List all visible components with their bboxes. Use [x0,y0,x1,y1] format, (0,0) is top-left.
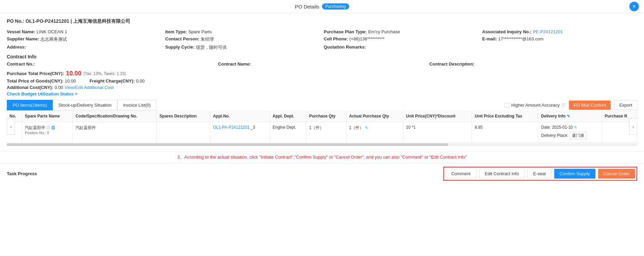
instruction-banner: 3、According to the actual situation, cli… [0,151,644,163]
scrollbar-track [7,143,637,146]
purchasing-badge: Purchasing [322,3,349,10]
col-actual-qty: Actual Purchase Qty [346,110,403,122]
cancel-order-button[interactable]: Cancel Order [598,169,635,179]
header: PO Details Purchasing × [0,0,644,13]
purchase-plan-label: Purchase Plan Type: [324,29,367,34]
page-wrapper: PO Details Purchasing × PO No.: OL1-PO-P… [0,0,644,256]
table-row: 1 汽缸盖部件 ⓘ 🖼 Position No.: 0 汽缸盖部件 [7,122,637,143]
tax-info: (Tax: 13%, Taxes: 1.15) [83,71,126,76]
delivery-date-value: 2025-01-10 [552,125,573,130]
view-edit-additional-cost-link[interactable]: View/Edit Additional Cost [65,85,114,90]
table-nav-left[interactable]: ‹ [7,118,15,135]
cell-unit-price-excl-tax: 8.85 [472,122,538,143]
delivery-place-value: 厦门港 [570,132,587,140]
vessel-name-label: Vessel Name: [7,29,35,34]
cell-actual-qty: 1（件） ✎ [346,122,403,143]
supply-cycle-value: 现货，随时可供 [196,44,227,51]
info-circle-icon: ⓘ [562,103,565,108]
check-budget-link[interactable]: Check Budget Utilization Status > [7,91,78,96]
cell-spare-parts-name: 汽缸盖部件 ⓘ 🖼 Position No.: 0 [22,122,73,143]
item-type-value: Spare Parts [188,29,212,34]
contract-info-section-title: Contract Info [7,54,637,59]
contract-no-label: Contract No.: [7,61,35,67]
higher-accuracy-control: Higher Amount Accuracy ⓘ [505,103,565,108]
delivery-place-label: Delivery Place: [541,133,568,138]
tab-po-items[interactable]: PO Items(1items) [7,100,53,110]
col-description: Spares Description [157,110,210,122]
cell-purchase-qty: 1（件） [306,122,346,143]
spare-parts-info-icon: ⓘ [46,126,50,130]
cell-delivery-info: Date: 2025-01-10 ✎ Delivery Place: 厦门港 [538,122,602,143]
freight-charge-item: Freight Charge(CNY): 0.00 [89,78,360,84]
tabs: PO Items(1items) Stock-up/Delivery Situa… [7,100,156,110]
footer: Task Progress Comment Edit Contract Info… [0,163,644,184]
associated-inquiry-value[interactable]: PE-P24121201 [533,29,563,34]
additional-cost-label: Additional Cost(CNY): [7,85,53,90]
task-progress-label: Task Progress [7,171,37,176]
close-button[interactable]: × [629,2,639,11]
actual-qty-edit-icon[interactable]: ✎ [365,126,368,130]
purchase-plan-value: Em'cy Purchase [368,29,400,34]
purchase-total-label: Purchase Total Price(CNY): [7,71,64,76]
contract-name-label: Contract Name: [218,61,251,67]
contact-person-value: 朱经理 [201,36,214,42]
cell-unit-price-discount: 10 *1 [403,122,472,143]
delivery-place-row: Delivery Place: 厦门港 [541,131,599,140]
cell-appl-no: OL1-PA-P24121201 _3 [210,122,270,143]
tab-stock-delivery[interactable]: Stock-up/Delivery Situation [53,100,117,110]
po-items-table: No. Spare Parts Name Code/Specification/… [7,110,637,143]
cell-phone-item: Cell Phone: (+86)136********** [324,36,479,42]
delivery-info-edit-icon[interactable]: ✎ [567,114,570,118]
additional-cost-value: 0.00 [54,85,63,90]
table-nav-right[interactable]: › [629,118,637,135]
comment-button[interactable]: Comment [445,169,476,179]
appl-no-link[interactable]: OL1-PA-P24121201 [213,125,249,130]
table-header-row: No. Spare Parts Name Code/Specification/… [7,110,637,122]
associated-inquiry-item: Associated Inquiry No.: PE-P24121201 [482,29,637,34]
col-appl-dept: Appl. Dept. [270,110,306,122]
supplier-name-item: Supplier Name: 志志商务测试 [7,36,162,42]
purchase-plan-item: Purchase Plan Type: Em'cy Purchase [324,29,479,34]
col-appl-no: Appl.No. [210,110,270,122]
table-container: ‹ No. Spare Parts Name Code/Specificatio… [7,110,637,146]
position-no: Position No.: 0 [25,131,70,135]
item-type-item: Item Type: Spare Parts [165,29,320,34]
table-scroll: No. Spare Parts Name Code/Specification/… [7,110,637,143]
cell-description [157,122,210,143]
edit-contract-button[interactable]: Edit Contract Info [479,169,525,179]
email-item: E-mail: 17***********@163.com [482,36,637,42]
instruction-text: 3、According to the actual situation, cli… [177,154,467,160]
col-unit-price-excl-tax: Unit Price Excluding Tax [472,110,538,122]
delivery-date-label: Date: [541,125,551,130]
appl-no-suffix: _3 [251,125,255,130]
col-delivery-info: Delivery Info ✎ [538,110,602,122]
purchase-total-row: Purchase Total Price(CNY): 10.00 (Tax: 1… [7,70,637,77]
cell-code: 汽缸盖部件 [73,122,157,143]
contact-person-item: Contact Person: 朱经理 [165,36,320,42]
export-button[interactable]: Export [614,100,637,110]
tab-invoice-list[interactable]: Invoice List(0) [117,100,156,110]
total-goods-label: Total Price of Goods(CNY): [7,78,64,84]
spare-parts-edit-icon[interactable]: 🖼 [51,126,55,130]
po-mail-content-button[interactable]: PO Mail Content [569,100,611,110]
contract-desc-label: Contract Description: [429,61,475,67]
supplier-name-value: 志志商务测试 [40,36,67,42]
po-number-value: OL1-PO-P24121201 | 上海互海信息科技有限公司 [26,18,130,24]
delivery-date-edit-icon[interactable]: ✎ [574,125,577,129]
cell-phone-label: Cell Phone: [324,36,348,41]
address-label: Address: [7,44,26,50]
address-item: Address: [7,44,162,51]
cell-appl-dept: Engine Dept. [270,122,306,143]
supply-cycle-item: Supply Cycle: 现货，随时可供 [165,44,320,51]
cell-phone-value: (+86)136********** [350,36,385,41]
purchase-total-value: 10.00 [66,70,81,77]
contract-no-item: Contract No.: [7,61,215,67]
total-goods-item: Total Price of Goods(CNY): 10.00 [7,78,76,84]
delivery-date-row: Date: 2025-01-10 ✎ [541,125,599,130]
confirm-supply-button[interactable]: Confirm Supply [554,169,595,179]
higher-accuracy-checkbox[interactable] [505,103,509,108]
scrollbar-thumb [7,143,448,146]
contact-person-label: Contact Person: [165,36,199,41]
eseal-button[interactable]: E-seal [527,169,552,179]
col-spare-parts-name: Spare Parts Name [22,110,73,122]
